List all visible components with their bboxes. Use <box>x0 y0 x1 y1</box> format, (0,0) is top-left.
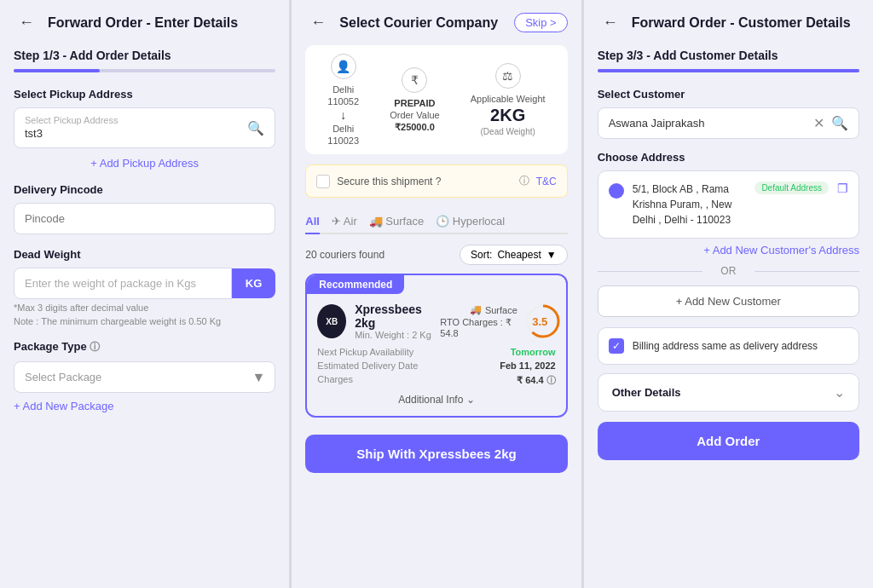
delivery-date-label: Estimated Delivery Date <box>317 360 436 371</box>
sort-dropdown[interactable]: Sort: Cheapest ▼ <box>460 245 568 265</box>
courier-name: Xpressbees 2kg <box>355 303 431 330</box>
dead-weight-row: KG <box>14 268 275 299</box>
address-text: 5/1, Block AB , Rama Krishna Puram, , Ne… <box>633 182 747 228</box>
tab-hyperlocal[interactable]: 🕒 Hyperlocal <box>436 210 505 233</box>
add-pickup-address-link[interactable]: + Add Pickup Address <box>14 157 275 170</box>
pickup-address-input[interactable] <box>25 125 168 140</box>
billing-label: Billing address same as delivery address <box>633 340 818 352</box>
delivery-pincode-input[interactable] <box>14 203 275 234</box>
panel3-back-button[interactable]: ← <box>598 12 623 33</box>
from-pin: 110052 <box>327 96 359 107</box>
sort-chevron-icon: ▼ <box>546 249 557 261</box>
panel1-back-button[interactable]: ← <box>14 12 39 33</box>
tnc-link[interactable]: T&C <box>536 176 557 187</box>
tab-surface[interactable]: 🚚 Surface <box>369 210 424 233</box>
panel-select-courier: ← Select Courier Company Skip > 👤 Delhi … <box>292 0 581 588</box>
progress-bar-fill <box>14 69 100 72</box>
courier-logo: XB <box>317 304 346 338</box>
panel-forward-order-enter-details: ← Forward Order - Enter Details Step 1/3… <box>0 0 289 588</box>
secure-text: Secure this shipment ? <box>337 176 512 187</box>
or-divider: OR <box>598 265 859 277</box>
edit-address-icon[interactable]: ❐ <box>837 182 848 195</box>
progress3-bar-bg <box>598 69 859 72</box>
arrow-down-icon: ↓ <box>340 108 346 122</box>
add-customer-address-link[interactable]: + Add New Customer's Address <box>598 244 859 257</box>
skip-button[interactable]: Skip > <box>514 13 568 32</box>
default-address-badge: Default Address <box>754 182 829 194</box>
surface-icon: 🚚 <box>470 304 482 315</box>
courier-name-meta: Xpressbees 2kg Min. Weight : 2 Kg <box>355 303 431 340</box>
mode-label: Surface <box>485 305 517 315</box>
rupee-icon: ₹ <box>402 67 427 93</box>
weight-note2: Note : The minimum chargeable weight is … <box>14 316 275 326</box>
pickup-address-input-wrapper: Select Pickup Address 🔍 <box>14 107 275 148</box>
dead-weight-sub: (Dead Weight) <box>481 127 535 136</box>
package-select-wrapper: Select Package ▼ <box>14 361 275 393</box>
panel2-back-button[interactable]: ← <box>305 12 331 33</box>
panel2-title: Select Courier Company <box>339 15 498 31</box>
package-type-label: Package Type ⓘ <box>14 340 275 355</box>
add-new-customer-button[interactable]: + Add New Customer <box>598 285 859 317</box>
tab-all[interactable]: All <box>305 210 320 234</box>
payment-info: ₹ PREPAID Order Value ₹25000.0 <box>390 67 440 133</box>
ship-button[interactable]: Ship With Xpressbees 2kg <box>305 435 567 473</box>
kg-badge: KG <box>232 268 276 298</box>
weight-label: Applicable Weight <box>471 94 546 104</box>
package-info-icon: ⓘ <box>90 341 100 353</box>
additional-info-toggle[interactable]: Additional Info ⌄ <box>317 387 555 407</box>
panel1-title: Forward Order - Enter Details <box>48 15 238 31</box>
address-selected-dot <box>609 183 624 199</box>
person-icon: 👤 <box>331 54 356 79</box>
to-city: Delhi <box>332 124 354 134</box>
filter-row: 20 couriers found Sort: Cheapest ▼ <box>305 245 567 265</box>
delivery-section-label: Delivery Pincode <box>14 183 275 196</box>
choose-address-label: Choose Address <box>598 151 859 164</box>
panel3-title: Forward Order - Customer Details <box>632 15 851 31</box>
courier-min-weight: Min. Weight : 2 Kg <box>355 330 431 340</box>
pickup-section-label: Select Pickup Address <box>14 88 275 101</box>
charges-label: Charges <box>317 374 436 387</box>
panel3-header: ← Forward Order - Customer Details <box>584 0 873 45</box>
panel2-content: 👤 Delhi 110052 ↓ Delhi 110023 ₹ PREPAID … <box>292 45 581 588</box>
package-select[interactable]: Select Package <box>14 361 275 393</box>
pickup-placeholder: Select Pickup Address <box>25 115 240 125</box>
panel3-content: Step 3/3 - Add Customer Details Select C… <box>584 45 873 588</box>
panel2-header: ← Select Courier Company Skip > <box>292 0 581 45</box>
customer-input-wrapper: ✕ 🔍 <box>598 107 859 139</box>
panel1-header: ← Forward Order - Enter Details <box>0 0 289 45</box>
dead-weight-label: Dead Weight <box>14 248 275 261</box>
rating-value: 3.5 <box>532 315 547 328</box>
other-details-row[interactable]: Other Details ⌄ <box>598 373 859 412</box>
billing-checkbox[interactable]: ✓ <box>609 338 624 354</box>
tab-air[interactable]: ✈ Air <box>332 210 357 233</box>
add-order-button[interactable]: Add Order <box>598 422 859 460</box>
payment-mode: PREPAID <box>394 98 435 108</box>
pickup-search-icon[interactable]: 🔍 <box>247 120 264 136</box>
delivery-date-value: Feb 11, 2022 <box>436 360 556 371</box>
pickup-avail-label: Next Pickup Availability <box>317 347 436 357</box>
charges-value: ₹ 64.4 ⓘ <box>436 374 556 387</box>
order-value: ₹25000.0 <box>395 122 435 133</box>
courier-tabs: All ✈ Air 🚚 Surface 🕒 Hyperlocal <box>305 210 567 234</box>
customer-search-input[interactable] <box>609 117 807 130</box>
courier-info-bar: 👤 Delhi 110052 ↓ Delhi 110023 ₹ PREPAID … <box>305 45 567 154</box>
card-body: XB Xpressbees 2kg Min. Weight : 2 Kg 🚚 S… <box>307 294 565 416</box>
progress-bar-bg <box>14 69 275 72</box>
secure-shipment-bar: Secure this shipment ? ⓘ T&C <box>305 164 567 198</box>
surface-badge: 🚚 Surface <box>470 304 517 315</box>
weight-input[interactable] <box>14 268 232 299</box>
rating-circle: 3.5 <box>524 303 556 340</box>
secure-checkbox[interactable] <box>316 175 330 188</box>
to-pin: 110023 <box>327 135 359 146</box>
clear-customer-button[interactable]: ✕ <box>813 115 824 131</box>
couriers-found: 20 couriers found <box>305 249 384 261</box>
rto-charges: RTO Charges : ₹ 54.8 <box>440 317 517 338</box>
weight-note1: *Max 3 digits after decimal value <box>14 303 275 313</box>
pickup-avail-value: Tomorrow <box>436 347 556 357</box>
add-new-package-link[interactable]: + Add New Package <box>14 400 275 412</box>
recommended-badge: Recommended <box>307 275 404 294</box>
weight-icon: ⚖ <box>495 63 521 89</box>
customer-section-label: Select Customer <box>598 88 859 101</box>
customer-search-icon[interactable]: 🔍 <box>831 115 848 131</box>
weight-value: 2KG <box>490 106 525 125</box>
